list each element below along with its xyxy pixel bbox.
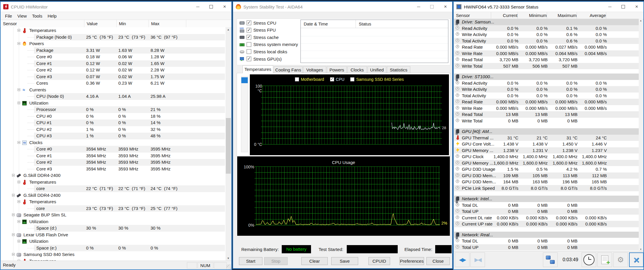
checkbox[interactable] — [247, 20, 251, 25]
sensor-group-row[interactable]: G.Skill DDR4-2400 — [1, 172, 226, 179]
stress-option-disk[interactable]: Stress local disks — [239, 48, 287, 55]
stress-option-gpu[interactable]: Stress GPU(s) — [239, 55, 282, 62]
column-current[interactable]: Current — [491, 12, 518, 19]
sensor-reading-row[interactable]: GPU D3D Mem...164 MB163 MB196 MB165 MB — [454, 179, 639, 185]
sensor-row[interactable]: core23 °C (73 °F)23 °C (73 °F)25 °C (77 … — [1, 205, 226, 212]
graph-vertical-slider[interactable] — [241, 76, 248, 152]
checkbox[interactable] — [247, 28, 251, 33]
tab-clocks[interactable]: Clocks — [347, 66, 367, 73]
clock-button[interactable] — [582, 252, 596, 267]
sensor-row[interactable]: Core #10.12 W0.02 W1.65 W — [1, 60, 226, 67]
expand-columns-button[interactable]: ◀▶ — [455, 252, 469, 267]
sensor-row[interactable]: CPU (Node 0)4.16 A1.04 A25.98 A — [1, 93, 226, 100]
sensor-reading-row[interactable]: GPU D3D Mem...109 MB105 MB113 MB112 MB — [454, 172, 639, 179]
sensor-row[interactable]: Space (d:)30 %30 %30 % — [1, 225, 226, 232]
sensor-reading-row[interactable]: Current UP rate0.000 KB/s0.000 KB/s0.000… — [454, 221, 639, 227]
expand-toggle[interactable] — [18, 181, 20, 183]
sensor-reading-row[interactable]: Write Activity0.0 %0.0 %0.6 %0.0 % — [454, 31, 639, 38]
sensor-row[interactable]: Core #20.12 W0.02 W2.28 W — [1, 67, 226, 74]
sensor-row[interactable]: CPU #10 %0 %14 % — [1, 119, 226, 126]
resize-grip[interactable] — [226, 264, 231, 269]
expand-toggle[interactable] — [18, 200, 20, 203]
expand-toggle[interactable] — [18, 42, 20, 45]
sensor-group-row[interactable]: Utilization — [1, 238, 226, 245]
expand-toggle[interactable] — [12, 213, 15, 216]
sensor-group-row[interactable]: Lexar USB Flash Drive — [1, 232, 226, 238]
column-average[interactable]: Average — [579, 12, 606, 19]
sensor-category-row[interactable]: GPU [#0]: AM... — [454, 128, 639, 135]
sensor-reading-row[interactable]: GPU Core Volt...1.438 V1.438 V1.450 V1.4… — [454, 141, 639, 147]
stress-option-cpu[interactable]: Stress CPU — [239, 19, 276, 26]
sensor-group-row[interactable]: G.Skill DDR4-2400 — [1, 192, 226, 199]
event-list[interactable]: Date & Time Status — [300, 20, 448, 63]
aida64-maximize-button[interactable] — [425, 2, 439, 12]
sensor-reading-row[interactable]: Read Total13 MB13 MB13 MB — [454, 111, 639, 118]
sensor-row[interactable]: Core #03594 MHz3593 MHz3595 MHz — [1, 146, 226, 153]
sensor-row[interactable]: CPU #00 %0 %18 % — [1, 113, 226, 120]
close-sensors-button[interactable]: × — [629, 252, 644, 267]
expand-toggle[interactable] — [18, 220, 20, 223]
checkbox[interactable] — [247, 35, 251, 40]
sensor-reading-row[interactable]: Write Total0 MB0 MB0 MB — [454, 118, 639, 124]
column-status[interactable]: Status — [356, 20, 448, 28]
sensor-group-row[interactable]: Temperatures — [1, 199, 226, 205]
sensor-group-row[interactable]: Clocks — [1, 139, 226, 146]
sensor-reading-row[interactable]: GPU Memory ...1,600.0 MHz1,600.0 MHz1,60… — [454, 160, 639, 166]
tab-statistics[interactable]: Statistics — [387, 66, 410, 73]
scroll-down-arrow-icon[interactable]: ▼ — [640, 248, 642, 251]
save-button[interactable]: Save — [331, 257, 358, 265]
sensor-reading-row[interactable]: Read Total3,720 MB3,720 MB3,720 MB — [454, 57, 639, 63]
column-sensor[interactable]: Sensor — [456, 12, 470, 19]
slider-handle[interactable] — [241, 77, 248, 83]
aida64-minimize-button[interactable] — [412, 2, 425, 12]
sensor-row[interactable]: Core #23594 MHz3593 MHz3595 MHz — [1, 159, 226, 166]
expand-toggle[interactable] — [18, 88, 20, 91]
menu-file[interactable]: File — [2, 13, 15, 18]
sensor-reading-row[interactable]: PCIe Link Speed8.0 GT/s8.0 GT/s8.0 GT/s8… — [454, 185, 639, 192]
column-value[interactable]: Value — [84, 20, 117, 28]
start-button[interactable]: Start — [239, 257, 262, 265]
hwmonitor-minimize-button[interactable] — [191, 2, 204, 12]
scroll-up-arrow-icon[interactable]: ▲ — [226, 27, 231, 32]
sensor-group-row[interactable]: Temperatures — [1, 179, 226, 186]
checkbox[interactable] — [247, 57, 251, 61]
sensor-reading-row[interactable]: Total Activity0.0 %0.0 %0.0 %0.0 % — [454, 93, 639, 99]
sensor-category-row[interactable]: Network: Intel... — [454, 196, 639, 202]
hwinfo-scrollbar[interactable]: ▲ ▼ — [639, 19, 643, 251]
sensor-group-row[interactable]: Utilization — [1, 100, 226, 107]
hwmonitor-titlebar[interactable]: CPUID HWMonitor × — [1, 2, 231, 12]
tab-unified[interactable]: Unified — [368, 66, 386, 73]
menu-view[interactable]: View — [15, 13, 29, 18]
close-button[interactable]: Close — [426, 257, 450, 265]
expand-toggle[interactable] — [18, 102, 20, 104]
sensor-row[interactable]: Core #00.18 W0.06 W1.28 W — [1, 54, 226, 60]
sensor-reading-row[interactable]: Read Rate0.000 MB/s0.000 MB/s0.027 MB/s0… — [454, 44, 639, 50]
hwinfo-maximize-button[interactable] — [616, 2, 630, 12]
sensor-row[interactable]: Core #30.07 W0.02 W1.75 W — [1, 74, 226, 80]
sensor-reading-row[interactable]: GPU Memory ...1.238 V1.231 V1.238 V1.237… — [454, 147, 639, 154]
tab-powers[interactable]: Powers — [327, 66, 347, 73]
sensor-group-row[interactable]: Seagate BUP Slim SL — [1, 212, 226, 218]
sensor-reading-row[interactable]: Write Activity0.0 %0.0 %0.0 %0.0 % — [454, 86, 639, 93]
sensor-row[interactable]: Core #33594 MHz3593 MHz3595 MHz — [1, 166, 226, 172]
expand-toggle[interactable] — [12, 233, 15, 236]
column-date-time[interactable]: Date & Time — [301, 20, 356, 28]
sensor-reading-row[interactable]: Read Activity0.0 %0.0 %0.1 %0.0 % — [454, 25, 639, 32]
sensor-reading-row[interactable]: Write Rate0.000 MB/s0.000 MB/s0.064 MB/s… — [454, 50, 639, 57]
sensor-reading-row[interactable]: GPU Clock1,400.0 MHz1,400.0 MHz1,400.0 M… — [454, 153, 639, 160]
sensor-row[interactable]: Cores0.36 W0.23 W6.21 W — [1, 80, 226, 87]
clear-button[interactable]: Clear — [301, 257, 328, 265]
hwinfo-close-button[interactable]: × — [630, 2, 643, 12]
sensor-category-row[interactable]: Drive: ST1000... — [454, 74, 639, 80]
scrollbar-thumb[interactable] — [226, 118, 231, 174]
stress-option-fpu[interactable]: Stress FPU — [239, 27, 276, 34]
sensor-category-row[interactable]: Drive: Samsun... — [454, 19, 639, 25]
sensor-row[interactable]: core22 °C (71 °F)22 °C (71 °F)24 °C (74 … — [1, 185, 226, 192]
scroll-up-arrow-icon[interactable]: ▲ — [640, 19, 642, 22]
column-max[interactable]: Max — [149, 20, 186, 28]
checkbox[interactable] — [247, 49, 251, 54]
stress-option-cache[interactable]: Stress cache — [239, 34, 279, 41]
checkbox[interactable] — [247, 42, 251, 47]
collapse-columns-button[interactable]: ▶◀ — [470, 252, 485, 267]
expand-toggle[interactable] — [18, 29, 20, 32]
